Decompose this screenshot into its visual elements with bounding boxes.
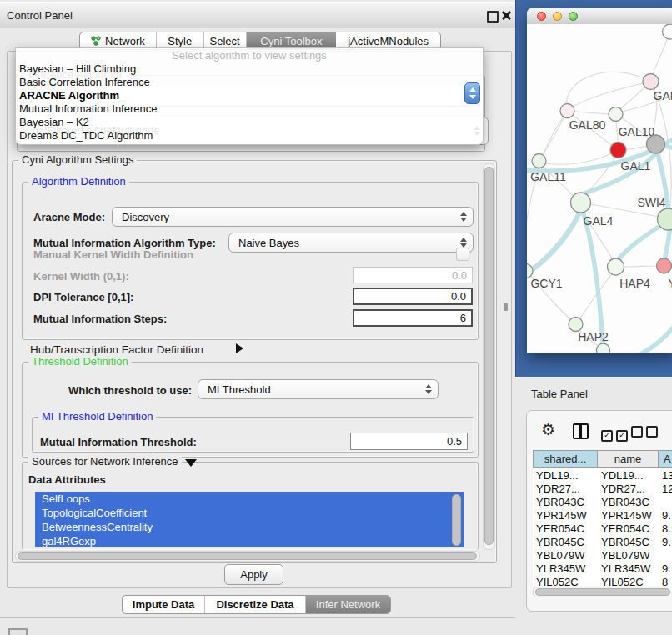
network-view-window[interactable]: GALGAL80GAL10GAL1GAL11GAL4SWI4HAP4YGCY1H… [527,8,672,352]
list-vertical-scrollbar[interactable] [452,494,461,546]
combo-stepper-button[interactable] [464,82,480,104]
tab-style[interactable]: Style [157,32,204,49]
which-threshold-combobox[interactable]: MI Threshold [198,379,439,399]
dpi-tolerance-field[interactable]: 0.0 [353,288,473,305]
tab-infer-network[interactable]: Infer Network [306,596,390,613]
table-row[interactable]: YPR145WYPR145W9. [533,509,672,523]
list-item[interactable]: SelfLoops [35,492,464,506]
network-edge[interactable] [619,225,662,260]
table-row[interactable]: YBR043CYBR043C [533,496,672,510]
settings-horizontal-scrollbar[interactable] [15,551,480,562]
mi-steps-field[interactable]: 6 [353,309,473,327]
network-node[interactable] [569,318,583,332]
tab-select[interactable]: Select [204,32,247,49]
dropdown-item[interactable]: Bayesian – Hill Climbing [16,62,483,76]
mi-steps-value: 6 [460,312,466,324]
network-edge[interactable] [624,266,657,267]
settings-gear-icon[interactable]: ⚙ [541,422,555,438]
network-node[interactable] [663,24,672,39]
tab-cyni-toolbox[interactable]: Cyni Toolbox [247,32,337,49]
network-node-label: SWI4 [637,196,665,209]
dock-panel-icon[interactable] [8,628,28,635]
table-row[interactable]: YDL19...YDL19...13 [533,469,672,483]
dpi-tolerance-value: 0.0 [451,290,466,302]
table-horizontal-scrollbar[interactable] [533,587,672,598]
algorithm-definition-title: Algorithm Definition [28,176,129,188]
splitpane-grip[interactable] [504,303,508,311]
table-container: ⚙ ✓✓ shared... name A [526,410,672,612]
close-icon[interactable] [501,10,512,21]
aracne-mode-combobox[interactable]: Discovery [112,207,474,227]
table-row[interactable]: YIL052CYIL052C8 [533,576,672,586]
kernel-width-label: Kernel Width (0,1): [33,270,129,282]
network-edge[interactable] [546,153,612,164]
kernel-width-field[interactable]: 0.0 [353,267,473,283]
dropdown-item[interactable]: Dream8 DC_TDC Algorithm [16,129,483,142]
apply-button[interactable]: Apply [224,564,283,585]
sources-group-title[interactable]: Sources for Network Inference [28,456,182,468]
control-panel-titlebar[interactable]: Control Panel [0,2,515,28]
list-item[interactable]: gal4RGexp [35,534,464,547]
network-edge[interactable] [584,212,604,346]
network-edge[interactable] [574,82,651,107]
select-all-checks-icon[interactable]: ✓✓ [601,426,631,442]
settings-vertical-scrollbar[interactable] [483,163,495,550]
network-node[interactable] [571,192,591,212]
network-node[interactable] [647,135,665,153]
network-canvas[interactable]: GALGAL80GAL10GAL1GAL11GAL4SWI4HAP4YGCY1H… [527,24,672,352]
column-header-shared-name[interactable]: shared... [533,450,598,468]
data-attributes-label: Data Attributes [28,473,106,486]
network-edge[interactable] [532,212,578,268]
tab-jactivemnodules[interactable]: jActiveMNodules [336,32,440,49]
network-node[interactable] [527,264,533,278]
split-columns-icon[interactable] [573,423,589,439]
network-node[interactable] [560,104,574,118]
desktop: GALGAL80GAL10GAL1GAL11GAL4SWI4HAP4YGCY1H… [515,0,672,377]
dropdown-item[interactable]: Mutual Information Inference [16,102,483,116]
dropdown-item[interactable]: Bayesian – K2 [16,116,483,129]
table-row[interactable]: YER054CYER054C8. [533,522,672,537]
tab-discretize-data[interactable]: Discretize Data [205,596,306,613]
network-node-label: GAL80 [569,118,606,132]
float-window-icon[interactable] [487,11,499,22]
network-node-label: HAP4 [619,277,650,290]
network-edge[interactable] [641,322,672,352]
network-window-titlebar[interactable] [527,8,672,25]
list-item[interactable]: BetweennessCentrality [35,520,464,534]
data-attributes-list[interactable]: SelfLoops TopologicalCoefficient Between… [35,492,464,547]
table-panel: Table Panel ⚙ ✓✓ shared... name [515,377,672,635]
network-edge[interactable] [566,72,650,104]
network-edge[interactable] [665,230,670,258]
close-traffic-light-icon[interactable] [537,12,546,21]
deselect-all-icon[interactable] [631,426,661,441]
column-header-name[interactable]: name [598,450,659,468]
aracne-mode-label: Aracne Mode: [33,211,105,223]
network-node[interactable] [597,343,610,352]
table-row[interactable]: YBL079WYBL079W [533,549,672,563]
manual-kernel-checkbox[interactable] [456,248,469,261]
table-row[interactable]: YBR045CYBR045C9. [533,536,672,550]
table-row[interactable]: YLR345WYLR345W9. [533,562,672,577]
network-node[interactable] [657,258,672,273]
dropdown-item-selected[interactable]: ARACNE Algorithm [16,89,483,102]
network-node[interactable] [608,258,624,275]
table-panel-title: Table Panel [531,388,588,400]
expander-right-icon[interactable] [236,343,243,353]
network-node[interactable] [532,154,546,168]
dropdown-item[interactable]: Basic Correlation Inference [16,76,483,89]
tab-impute-data[interactable]: Impute Data [123,596,205,613]
list-item[interactable]: TopologicalCoefficient [35,506,464,520]
mi-type-combobox[interactable]: Naive Bayes [228,232,474,252]
zoom-traffic-light-icon[interactable] [569,12,578,21]
network-node[interactable] [610,142,626,158]
column-header-a[interactable]: A [659,450,672,468]
network-node[interactable] [609,108,623,122]
table-row[interactable]: YDR27...YDR27...12 [533,482,672,497]
tab-network[interactable]: Network [80,32,157,49]
threshold-definition-title: Threshold Definition [28,356,132,368]
hub-definition-expander[interactable]: Hub/Transcription Factor Definition [30,343,203,356]
minimize-traffic-light-icon[interactable] [553,12,562,21]
network-node[interactable] [643,74,659,90]
network-edge[interactable] [664,146,672,149]
mi-threshold-field[interactable]: 0.5 [350,432,468,450]
